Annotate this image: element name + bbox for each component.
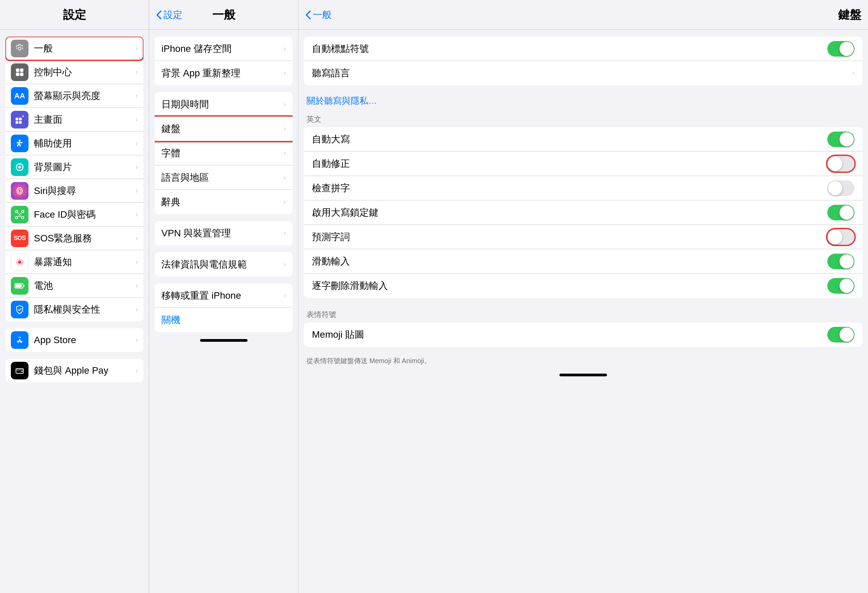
auto-punctuation-toggle[interactable] [827,41,855,57]
general-settings-list: iPhone 儲存空間 › 背景 App 重新整理 › 日期與時間 › 鍵盤 ›… [149,30,298,593]
control-center-label: 控制中心 [34,66,133,79]
check-spelling-toggle[interactable] [827,180,855,196]
sidebar-item-wallpaper[interactable]: 背景圖片 › [6,155,143,179]
svg-point-11 [18,166,21,168]
english-section-label: 英文 [307,115,322,123]
svg-rect-7 [19,121,22,124]
wallet-label: 錢包與 Apple Pay [34,364,133,377]
svg-rect-28 [23,285,24,287]
faceid-label: Face ID與密碼 [34,208,133,221]
sidebar-item-accessibility[interactable]: 輔助使用 › [6,131,143,155]
svg-rect-2 [16,72,19,76]
svg-rect-29 [16,284,22,288]
col3-back-button[interactable]: 一般 [305,9,332,21]
keyboard-item[interactable]: 鍵盤 › [155,117,292,141]
svg-rect-4 [16,118,18,120]
language-chevron: › [283,173,286,182]
battery-icon [11,277,28,295]
emoji-section-header: 表情符號 [298,305,868,322]
wallet-chevron: › [136,366,138,375]
predictive-toggle[interactable] [827,229,855,245]
main-settings-group: 一般 › 控制中心 › AA [6,37,143,322]
shutdown-item[interactable]: 關機 [155,308,292,332]
sidebar-item-sos[interactable]: SOS SOS緊急服務 › [6,227,143,250]
background-app-chevron: › [283,69,286,78]
dictionary-item[interactable]: 辭典 › [155,190,292,214]
sidebar-item-siri[interactable]: Siri與搜尋 › [6,179,143,203]
vpn-item[interactable]: VPN 與裝置管理 › [155,221,292,245]
english-group: 自動大寫 自動修正 檢查拼字 啟用大寫鎖定鍵 [304,127,862,298]
svg-point-17 [18,189,21,193]
dictation-privacy-label: 關於聽寫與隱私… [307,96,377,106]
settings-list: 一般 › 控制中心 › AA [0,30,149,593]
auto-capitalize-label: 自動大寫 [312,133,827,146]
sidebar-item-general[interactable]: 一般 › [6,37,143,60]
keyboard-chevron: › [283,124,286,133]
svg-rect-3 [20,72,24,76]
font-item[interactable]: 字體 › [155,141,292,165]
general-chevron: › [136,44,138,53]
auto-capitalize-thumb [840,132,854,146]
svg-rect-32 [21,371,23,372]
dictation-privacy-link[interactable]: 關於聽寫與隱私… [298,92,868,109]
svg-rect-21 [22,217,24,219]
appstore-settings-group: App Store › [6,328,143,352]
dictation-lang-item[interactable]: 聽寫語言 › [304,61,862,86]
settings-column: 設定 一般 › [0,0,149,593]
legal-chevron: › [283,260,286,269]
memoji-toggle[interactable] [827,327,855,342]
sidebar-item-appstore[interactable]: App Store › [6,328,143,352]
date-time-item[interactable]: 日期與時間 › [155,92,292,117]
delete-swipe-toggle[interactable] [827,278,855,294]
swipe-input-toggle[interactable] [827,254,855,269]
control-center-chevron: › [136,68,138,77]
keyboard-column: 一般 鍵盤 自動標點符號 聽寫語言 › 關於聽寫與隱私… 英文 [298,0,868,593]
caps-lock-label: 啟用大寫鎖定鍵 [312,206,827,219]
sos-chevron: › [136,234,138,243]
sidebar-item-exposure[interactable]: 暴露通知 › [6,250,143,274]
font-chevron: › [283,149,286,158]
language-label: 語言與地區 [161,171,283,184]
legal-item[interactable]: 法律資訊與電信規範 › [155,252,292,277]
display-label: 螢幕顯示與亮度 [34,90,133,102]
col3-scroll-indicator [559,374,607,376]
sidebar-item-display[interactable]: AA 螢幕顯示與亮度 › [6,84,143,108]
caps-lock-toggle[interactable] [827,205,855,220]
sos-label: SOS緊急服務 [34,232,133,245]
wallet-icon [11,362,28,379]
delete-swipe-label: 逐字刪除滑動輸入 [312,279,827,292]
sidebar-item-wallet[interactable]: 錢包與 Apple Pay › [6,359,143,382]
background-app-label: 背景 App 重新整理 [161,67,283,80]
sidebar-item-battery[interactable]: 電池 › [6,274,143,298]
background-app-item[interactable]: 背景 App 重新整理 › [155,61,292,86]
dictionary-chevron: › [283,198,286,207]
appstore-icon [11,331,28,349]
vpn-chevron: › [283,229,286,237]
svg-rect-19 [22,211,24,212]
date-keyboard-group: 日期與時間 › 鍵盤 › 字體 › 語言與地區 › 辭典 › [155,92,292,214]
predictive-thumb [828,230,842,244]
col2-back-label: 設定 [164,9,182,21]
sidebar-item-control-center[interactable]: 控制中心 › [6,60,143,84]
caps-lock-thumb [840,205,854,220]
sidebar-item-privacy[interactable]: 隱私權與安全性 › [6,298,143,322]
control-center-icon [11,63,28,81]
svg-rect-6 [16,121,18,124]
transfer-item[interactable]: 移轉或重置 iPhone › [155,283,292,308]
sidebar-item-home[interactable]: 主畫面 › [6,108,143,131]
col3-back-label: 一般 [313,9,332,21]
delete-swipe-thumb [840,279,854,293]
language-item[interactable]: 語言與地區 › [155,165,292,190]
siri-chevron: › [136,186,138,195]
svg-point-16 [17,187,22,194]
emoji-group: Memoji 貼圖 [304,322,862,347]
sidebar-item-faceid[interactable]: Face ID與密碼 › [6,203,143,227]
iphone-storage-item[interactable]: iPhone 儲存空間 › [155,37,292,61]
col2-back-button[interactable]: 設定 [156,9,182,21]
auto-capitalize-item: 自動大寫 [304,127,862,152]
appstore-label: App Store [34,335,133,345]
wallpaper-chevron: › [136,163,138,171]
auto-correct-toggle[interactable] [827,156,855,171]
auto-capitalize-toggle[interactable] [827,131,855,147]
vpn-label: VPN 與裝置管理 [161,227,283,240]
